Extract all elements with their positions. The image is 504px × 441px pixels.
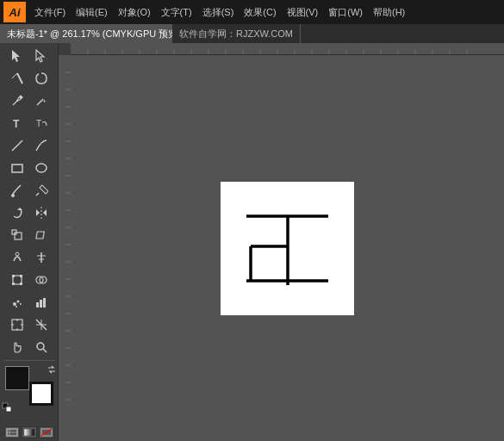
menu-help[interactable]: 帮助(H): [368, 0, 410, 24]
scale-tool[interactable]: [6, 225, 28, 245]
menu-view[interactable]: 视图(V): [282, 0, 324, 24]
gradient-btn[interactable]: [22, 426, 37, 438]
svg-rect-50: [6, 407, 11, 412]
hand-tool[interactable]: [6, 337, 28, 357]
tool-row-10: [0, 246, 58, 269]
app-logo: Ai: [3, 2, 26, 22]
menu-select[interactable]: 选择(S): [197, 0, 240, 24]
toolbar: + T T: [0, 43, 59, 441]
svg-rect-29: [20, 283, 22, 285]
tool-row-5: [0, 134, 58, 157]
svg-rect-12: [40, 185, 48, 194]
ruler-corner: [59, 43, 71, 55]
svg-marker-1: [36, 50, 44, 62]
tool-row-4: T T: [0, 112, 58, 134]
area-type-tool[interactable]: T: [30, 113, 53, 134]
menu-bar: 文件(F) 编辑(E) 对象(O) 文字(T) 选择(S) 效果(C) 视图(V…: [29, 0, 501, 24]
svg-line-2: [17, 73, 22, 84]
tab-inactive-label: 软件自学网：RJZXW.COM: [179, 28, 293, 40]
tab-active[interactable]: 未标题-1* @ 261.17% (CMYK/GPU 预览) ✕: [0, 24, 172, 43]
svg-line-3: [12, 73, 17, 78]
svg-line-8: [12, 140, 22, 151]
svg-rect-38: [43, 298, 46, 307]
canvas-with-ruler: [59, 55, 504, 441]
svg-rect-9: [12, 165, 22, 172]
lasso-tool[interactable]: [30, 68, 53, 89]
pen-tool[interactable]: [6, 90, 28, 111]
warp-tool[interactable]: [6, 247, 28, 268]
svg-rect-37: [40, 300, 42, 307]
pencil-tool[interactable]: [30, 180, 53, 201]
tab-inactive[interactable]: 软件自学网：RJZXW.COM: [172, 24, 301, 43]
menu-type[interactable]: 文字(T): [156, 0, 197, 24]
svg-line-48: [43, 349, 47, 352]
svg-rect-36: [36, 302, 39, 307]
tool-row-7: [0, 179, 58, 202]
svg-point-47: [37, 343, 44, 350]
svg-rect-20: [35, 232, 43, 239]
tool-row-6: [0, 157, 58, 179]
svg-text:T: T: [36, 119, 41, 128]
svg-line-13: [36, 193, 39, 196]
svg-text:+: +: [42, 97, 47, 105]
svg-rect-54: [24, 429, 34, 436]
rect-tool[interactable]: [6, 158, 28, 178]
shear-tool[interactable]: [30, 225, 53, 245]
slice-tool[interactable]: [30, 314, 53, 335]
color-mode-btns: [4, 426, 54, 438]
column-graph-tool[interactable]: [30, 292, 53, 313]
canvas-area[interactable]: [71, 55, 504, 441]
reflect-tool[interactable]: [30, 202, 53, 223]
menu-window[interactable]: 窗口(W): [323, 0, 368, 24]
svg-rect-81: [59, 55, 71, 441]
vertical-ruler: [59, 55, 71, 441]
tab-active-label: 未标题-1* @ 261.17% (CMYK/GPU 预览): [7, 28, 181, 40]
svg-marker-16: [36, 209, 40, 216]
line-tool[interactable]: [6, 135, 28, 156]
svg-marker-14: [17, 208, 22, 210]
svg-marker-17: [43, 209, 47, 216]
tool-row-11: [0, 269, 58, 291]
free-transform-tool[interactable]: [6, 270, 28, 290]
direct-select-tool[interactable]: [30, 46, 53, 66]
tool-row-3: +: [0, 90, 58, 112]
width-tool[interactable]: [30, 247, 53, 268]
svg-point-33: [16, 301, 19, 303]
symbol-sprayer-tool[interactable]: [6, 292, 28, 313]
horizontal-ruler: [71, 43, 504, 55]
selection-tool[interactable]: [6, 46, 28, 66]
artboard-tool[interactable]: [6, 314, 28, 335]
ellipse-tool[interactable]: [30, 158, 53, 178]
top-ruler-row: [59, 43, 504, 55]
fill-color-box[interactable]: [5, 366, 29, 390]
type-tool[interactable]: T: [6, 113, 28, 134]
swap-colors-icon[interactable]: [47, 363, 57, 373]
svg-rect-27: [20, 275, 22, 277]
none-btn[interactable]: [39, 426, 54, 438]
menu-object[interactable]: 对象(O): [113, 0, 156, 24]
magic-wand-tool[interactable]: [6, 68, 28, 89]
artboard: [221, 182, 354, 315]
stroke-color-box[interactable]: [29, 382, 53, 406]
menu-effect[interactable]: 效果(C): [239, 0, 281, 24]
svg-point-4: [19, 96, 22, 99]
tool-row-14: [0, 336, 58, 358]
svg-point-21: [16, 252, 19, 256]
artwork-svg: [221, 182, 354, 315]
add-anchor-tool[interactable]: +: [30, 90, 53, 111]
zoom-tool[interactable]: [30, 337, 53, 357]
reset-colors-icon[interactable]: [2, 401, 12, 411]
ruler-area: [59, 43, 504, 441]
svg-line-56: [41, 429, 52, 436]
arc-tool[interactable]: [30, 135, 53, 156]
shape-builder-tool[interactable]: [30, 270, 53, 290]
svg-rect-26: [12, 275, 15, 277]
color-mode-btn[interactable]: [4, 426, 20, 438]
svg-point-11: [11, 194, 15, 197]
tool-row-8: [0, 202, 58, 224]
menu-edit[interactable]: 编辑(E): [71, 0, 113, 24]
paintbrush-tool[interactable]: [6, 180, 28, 201]
rotate-tool[interactable]: [6, 202, 28, 223]
menu-file[interactable]: 文件(F): [29, 0, 71, 24]
tool-row-12: [0, 291, 58, 314]
